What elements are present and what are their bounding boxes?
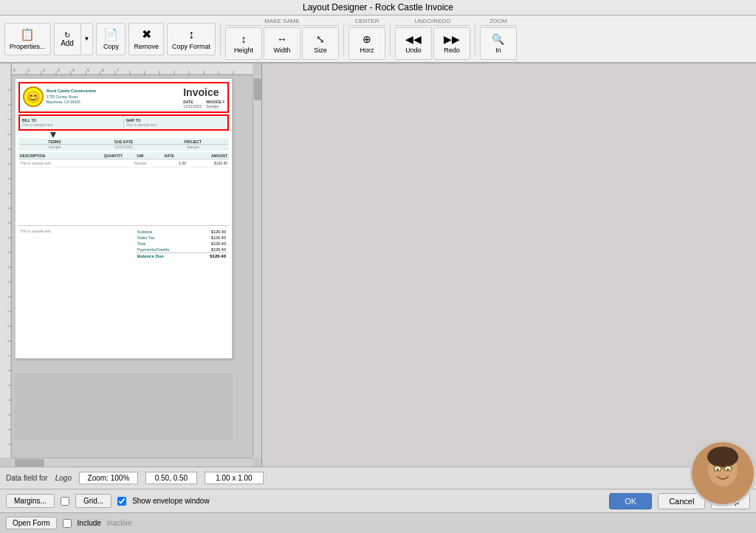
copy-icon: 📄 bbox=[103, 27, 118, 41]
width-button[interactable]: ↔ Width bbox=[264, 27, 300, 60]
remove-button[interactable]: ✖ Remove bbox=[128, 23, 164, 55]
add-dropdown-button[interactable]: ▼ bbox=[80, 23, 94, 55]
scroll-thumb-vertical[interactable] bbox=[254, 78, 261, 100]
scroll-right[interactable] bbox=[252, 75, 261, 458]
divider-4 bbox=[475, 23, 475, 55]
zoom-in-icon: 🔍 bbox=[492, 33, 504, 45]
height-button[interactable]: ↕ Height bbox=[225, 27, 262, 60]
show-envelope-checkbox[interactable] bbox=[117, 497, 126, 506]
invoice-document: 😊 Rock Castle Construction 1735 County R… bbox=[15, 78, 233, 359]
size-icon: ⤡ bbox=[316, 33, 325, 45]
svg-point-55 bbox=[717, 469, 719, 471]
properties-button[interactable]: 📋 Properties... bbox=[4, 23, 51, 55]
data-field-value: Logo bbox=[55, 474, 72, 482]
table-row: This is sample text. Sample 1.00 $120.40 bbox=[18, 159, 229, 168]
height-icon: ↕ bbox=[241, 33, 246, 45]
undo-icon: ◀◀ bbox=[405, 33, 422, 45]
make-same-section: MAKE SAME ↕ Height ↔ Width ⤡ Size bbox=[225, 18, 339, 60]
center-label: CENTER bbox=[348, 18, 385, 26]
bottom-bar: Margins... Grid... Show envelope window … bbox=[0, 489, 756, 512]
sales-tax-row: Sales Tax $120.40 bbox=[136, 235, 227, 241]
redo-button[interactable]: ▶▶ Redo bbox=[433, 27, 470, 60]
svg-point-56 bbox=[727, 469, 729, 471]
company-logo: 😊 bbox=[23, 86, 44, 107]
svg-text:7: 7 bbox=[117, 68, 119, 72]
svg-text:3: 3 bbox=[58, 68, 60, 72]
include-checkbox[interactable] bbox=[63, 519, 72, 528]
copy-button[interactable]: 📄 Copy bbox=[96, 23, 126, 55]
show-envelope-label: Show envelope window bbox=[132, 497, 210, 505]
ruler-top: 0 1 2 3 4 5 6 7 bbox=[12, 63, 252, 75]
grid-button[interactable]: Grid... bbox=[75, 494, 111, 508]
date-col: DATE 12/31/2021 bbox=[183, 100, 202, 109]
undo-redo-label: UNDO/REDO bbox=[395, 18, 470, 26]
svg-text:4: 4 bbox=[72, 68, 75, 72]
due-date-col: DUE DATE 12/31/2021 bbox=[89, 140, 159, 149]
properties-icon: 📋 bbox=[20, 27, 35, 41]
undo-redo-section: UNDO/REDO ◀◀ Undo ▶▶ Redo bbox=[395, 18, 470, 60]
webcam-face bbox=[692, 442, 754, 504]
terms-row: TERMS Sample DUE DATE 12/31/2021 PROJECT… bbox=[18, 138, 229, 151]
ok-button[interactable]: OK bbox=[609, 493, 652, 509]
ruler-left bbox=[0, 63, 12, 458]
divider-2 bbox=[343, 23, 344, 55]
footer-section: This is sample text. Subtotal $120.40 Sa… bbox=[18, 227, 229, 261]
coords-display: 0.50, 0.50 bbox=[145, 472, 197, 484]
inactive-label: inactive bbox=[107, 519, 132, 527]
copy-format-icon: ↕ bbox=[188, 28, 194, 41]
zoom-section-label: ZOOM bbox=[480, 18, 517, 26]
main-area: 0 1 2 3 4 5 6 7 bbox=[0, 63, 756, 467]
toolbar: 📋 Properties... ↻ Add ▼ 📄 Copy ✖ Remove … bbox=[0, 16, 756, 63]
margins-checkbox[interactable] bbox=[61, 497, 69, 506]
footer-totals: Subtotal $120.40 Sales Tax $120.40 Total… bbox=[134, 227, 229, 261]
status-bar: Data field for Logo Zoom: 100% 0.50, 0.5… bbox=[0, 467, 756, 489]
bill-to-left: BILL TO This is sample text. bbox=[20, 116, 124, 129]
horz-button[interactable]: ⊕ Horz bbox=[348, 27, 385, 60]
invoice-num-col: INVOICE # Sample bbox=[206, 100, 224, 109]
zoom-display: Zoom: 100% bbox=[79, 472, 138, 484]
divider-3 bbox=[390, 23, 391, 55]
scroll-thumb-horizontal[interactable] bbox=[15, 459, 44, 467]
center-section: CENTER ⊕ Horz bbox=[348, 18, 385, 60]
divider-1 bbox=[220, 23, 221, 55]
svg-text:1: 1 bbox=[28, 68, 30, 72]
add-icon: ↻ bbox=[64, 31, 70, 39]
svg-point-52 bbox=[707, 447, 738, 467]
svg-text:5: 5 bbox=[87, 68, 89, 72]
margins-button[interactable]: Margins... bbox=[6, 494, 55, 508]
form-bottom-bar: Open Form Include inactive bbox=[0, 512, 756, 533]
zoom-section: ZOOM 🔍 In bbox=[480, 18, 517, 60]
invoice-header: 😊 Rock Castle Construction 1735 County R… bbox=[18, 82, 229, 113]
copy-format-button[interactable]: ↕ Copy Format bbox=[167, 23, 216, 55]
open-form-button[interactable]: Open Form bbox=[6, 517, 57, 529]
logo-area: 😊 Rock Castle Construction 1735 County R… bbox=[23, 86, 96, 107]
subtotal-row: Subtotal $120.40 bbox=[136, 229, 227, 235]
size-button[interactable]: ⤡ Size bbox=[302, 27, 339, 60]
items-rows: This is sample text. Sample 1.00 $120.40 bbox=[18, 159, 229, 226]
canvas-area[interactable]: 0 1 2 3 4 5 6 7 bbox=[0, 63, 262, 467]
size-display: 1.00 x 1.00 bbox=[205, 472, 264, 484]
redo-icon: ▶▶ bbox=[444, 33, 460, 45]
horz-icon: ⊕ bbox=[362, 33, 371, 45]
data-field-label: Data field for bbox=[6, 474, 48, 482]
include-label: Include bbox=[78, 519, 101, 527]
total-row: Total $120.40 bbox=[136, 241, 227, 247]
ship-to-right: SHIP TO This is sample text. bbox=[124, 116, 228, 129]
bill-to-section: BILL TO This is sample text. SHIP TO Thi… bbox=[18, 114, 229, 131]
svg-text:6: 6 bbox=[102, 68, 104, 72]
add-button[interactable]: ↻ Add bbox=[54, 23, 80, 55]
width-icon: ↔ bbox=[277, 33, 287, 45]
document-page: 😊 Rock Castle Construction 1735 County R… bbox=[15, 78, 233, 359]
undo-button[interactable]: ◀◀ Undo bbox=[395, 27, 432, 60]
make-same-label: MAKE SAME bbox=[225, 18, 339, 26]
payments-row: Payments/Credits $120.40 bbox=[136, 247, 227, 252]
below-canvas bbox=[15, 374, 233, 440]
zoom-in-button[interactable]: 🔍 In bbox=[480, 27, 517, 60]
scroll-bottom[interactable] bbox=[12, 458, 252, 467]
remove-icon: ✖ bbox=[142, 27, 151, 41]
right-panel bbox=[262, 63, 756, 467]
svg-text:0: 0 bbox=[13, 68, 16, 72]
footer-left: This is sample text. bbox=[18, 227, 134, 261]
window-title: Layout Designer - Rock Castle Invoice bbox=[303, 2, 453, 13]
add-button-group: ↻ Add ▼ bbox=[54, 23, 94, 55]
